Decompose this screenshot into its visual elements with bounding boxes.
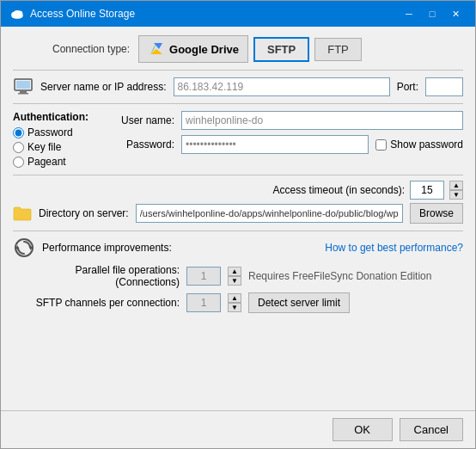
auth-radio-group: Password Key file Pageant <box>13 126 107 168</box>
show-password-toggle[interactable]: Show password <box>375 138 463 151</box>
google-drive-label: Google Drive <box>169 43 239 56</box>
sftp-down-button[interactable]: ▼ <box>228 303 241 312</box>
google-drive-button[interactable]: Google Drive <box>138 35 248 63</box>
auth-pageant-input[interactable] <box>13 157 24 168</box>
timeout-row: Access timeout (in seconds): ▲ ▼ <box>13 181 463 200</box>
svg-rect-6 <box>12 15 22 18</box>
auth-cred-section: Authentication: Password Key file Pagean… <box>13 103 463 168</box>
timeout-label: Access timeout (in seconds): <box>273 184 405 196</box>
timeout-spinner: ▲ ▼ <box>449 181 463 200</box>
perf-header: Performance improvements: How to get bes… <box>13 237 463 259</box>
sftp-channels-label: SFTP channels per connection: <box>16 297 180 309</box>
port-input[interactable] <box>425 77 463 96</box>
auth-password-input[interactable] <box>13 127 24 138</box>
titlebar-controls: ─ □ ✕ <box>398 6 467 22</box>
connection-type-label: Connection type: <box>52 43 130 55</box>
password-row: Password: Show password <box>107 135 463 154</box>
cancel-button[interactable]: Cancel <box>400 418 463 441</box>
server-name-label: Server name or IP address: <box>40 81 167 93</box>
browse-button[interactable]: Browse <box>410 203 463 224</box>
server-icon <box>13 78 34 95</box>
parallel-spinner: ▲ ▼ <box>228 267 241 286</box>
auth-panel: Authentication: Password Key file Pagean… <box>13 111 107 168</box>
maximize-button[interactable]: □ <box>421 6 443 22</box>
minimize-button[interactable]: ─ <box>398 6 420 22</box>
google-drive-icon <box>148 40 165 58</box>
auth-password-label: Password <box>27 126 73 138</box>
performance-label: Performance improvements: <box>42 242 172 254</box>
parallel-input[interactable] <box>186 267 221 286</box>
timeout-down-button[interactable]: ▼ <box>449 190 463 200</box>
performance-link[interactable]: How to get best performance? <box>325 242 463 254</box>
sftp-channels-input[interactable] <box>186 293 221 312</box>
svg-rect-12 <box>16 81 30 89</box>
cred-panel: User name: Password: Show password <box>107 111 463 168</box>
password-input[interactable] <box>181 135 369 154</box>
sftp-spinner: ▲ ▼ <box>228 293 241 312</box>
parallel-up-button[interactable]: ▲ <box>228 267 241 276</box>
show-password-label-text: Show password <box>390 138 463 151</box>
parallel-down-button[interactable]: ▼ <box>228 276 241 286</box>
cloud-icon <box>9 8 25 20</box>
username-row: User name: <box>107 111 463 130</box>
window-title: Access Online Storage <box>30 8 135 20</box>
titlebar-left: Access Online Storage <box>9 8 135 20</box>
svg-rect-13 <box>20 91 27 93</box>
password-label: Password: <box>107 138 174 151</box>
titlebar: Access Online Storage ─ □ ✕ <box>1 1 475 27</box>
svg-point-5 <box>17 11 22 15</box>
server-section: Server name or IP address: Port: <box>13 70 463 96</box>
username-input[interactable] <box>181 111 463 130</box>
perf-header-left: Performance improvements: <box>13 237 172 259</box>
timeout-input[interactable] <box>410 181 444 200</box>
auth-password-radio[interactable]: Password <box>13 126 107 138</box>
svg-rect-14 <box>18 93 28 95</box>
bottom-bar: OK Cancel <box>1 410 475 448</box>
svg-marker-10 <box>150 49 162 54</box>
port-label: Port: <box>397 81 418 93</box>
auth-pageant-radio[interactable]: Pageant <box>13 156 107 168</box>
sftp-button[interactable]: SFTP <box>253 37 309 62</box>
connection-buttons: Google Drive SFTP FTP <box>138 35 362 63</box>
auth-pageant-label: Pageant <box>27 156 66 168</box>
timeout-up-button[interactable]: ▲ <box>449 181 463 190</box>
detect-server-limit-button[interactable]: Detect server limit <box>248 292 350 313</box>
sftp-up-button[interactable]: ▲ <box>228 293 241 303</box>
sftp-channels-row: SFTP channels per connection: ▲ ▼ Detect… <box>16 292 463 313</box>
ok-button[interactable]: OK <box>333 418 393 441</box>
show-password-checkbox[interactable] <box>375 139 387 151</box>
auth-keyfile-input[interactable] <box>13 142 24 153</box>
parallel-label: Parallel file operations: (Connections) <box>16 264 180 288</box>
close-button[interactable]: ✕ <box>444 6 467 22</box>
server-input[interactable] <box>174 77 390 96</box>
parallel-note: Requires FreeFileSync Donation Edition <box>248 270 431 282</box>
connection-type-section: Connection type: Google Drive SFTP FTP <box>13 35 463 63</box>
ftp-button[interactable]: FTP <box>314 38 362 61</box>
dir-timeout-section: Access timeout (in seconds): ▲ ▼ Directo… <box>13 175 463 224</box>
performance-rows: Parallel file operations: (Connections) … <box>13 264 463 313</box>
performance-icon <box>13 237 35 259</box>
auth-title: Authentication: <box>13 111 107 123</box>
username-label: User name: <box>107 114 174 126</box>
performance-section: Performance improvements: How to get bes… <box>13 231 463 313</box>
directory-input[interactable] <box>136 204 403 223</box>
main-content: Connection type: Google Drive SFTP FTP <box>1 27 475 410</box>
directory-row: Directory on server: Browse <box>13 203 463 224</box>
parallel-row: Parallel file operations: (Connections) … <box>16 264 463 288</box>
folder-icon <box>13 206 32 221</box>
directory-label: Directory on server: <box>39 207 129 219</box>
main-window: Access Online Storage ─ □ ✕ Connection t… <box>0 0 476 449</box>
auth-keyfile-radio[interactable]: Key file <box>13 141 107 153</box>
auth-keyfile-label: Key file <box>27 141 61 153</box>
